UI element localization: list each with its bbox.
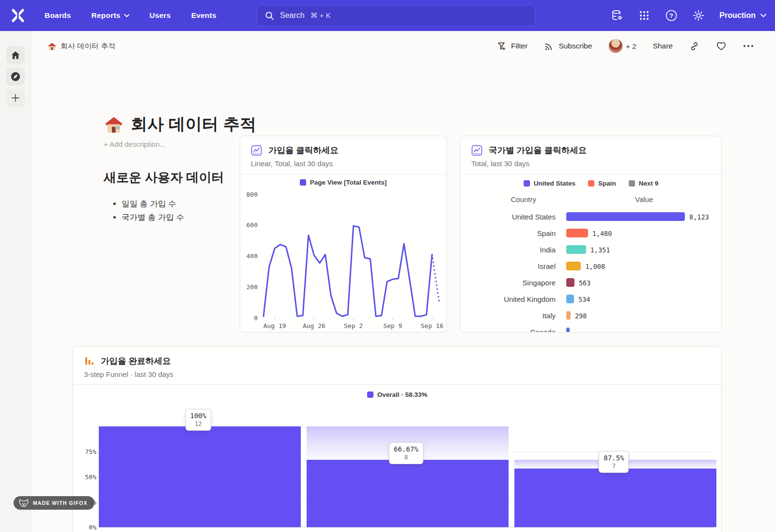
discover-button[interactable]: [6, 67, 25, 86]
funnel-step-count: 8: [394, 454, 418, 461]
nav-item-boards[interactable]: Boards: [45, 11, 71, 20]
search-input[interactable]: Search ⌘ + K: [257, 5, 535, 26]
funnel-step-bar[interactable]: [99, 426, 301, 527]
funnel-baseline: [99, 527, 713, 528]
x-tick-label: Sep 2: [344, 322, 363, 329]
country-bar[interactable]: [566, 245, 586, 254]
funnel-step-tooltip: 66.67%8: [389, 442, 423, 464]
add-description-button[interactable]: + Add description...: [104, 140, 166, 148]
nav-item-label: Reports: [92, 11, 121, 20]
data-management-icon[interactable]: [611, 9, 623, 22]
line-series[interactable]: [264, 226, 432, 316]
country-rows: United States8,123Spain1,480India1,351Is…: [461, 209, 721, 332]
line-chart-legend: Page View [Total Events]: [240, 179, 446, 186]
country-bar-card[interactable]: 국가별 가입을 클릭하세요 Total, last 30 days United…: [460, 136, 722, 332]
chevron-down-icon: [760, 14, 766, 17]
country-value: 1,480: [592, 230, 612, 237]
line-chart-card[interactable]: 가입을 클릭하세요 Linear, Total, last 30 days Pa…: [240, 136, 447, 332]
country-row[interactable]: Singapore563: [461, 275, 721, 291]
search-shortcut: ⌘ + K: [310, 11, 331, 20]
share-label: Share: [653, 42, 673, 50]
line-card-subtitle: Linear, Total, last 30 days: [251, 159, 333, 168]
country-chart-legend: United StatesSpainNext 9: [461, 180, 721, 187]
country-value: 563: [579, 279, 590, 287]
breadcrumb[interactable]: 회사 데이터 추적: [47, 42, 115, 51]
y-tick-label: 0: [254, 314, 258, 322]
copy-link-button[interactable]: [689, 41, 699, 51]
nav-right: ? Prouction: [611, 0, 766, 31]
app-window: Boards Reports Users Events Search ⌘ + K: [0, 0, 775, 532]
favorite-button[interactable]: [716, 41, 727, 51]
nav-item-reports[interactable]: Reports: [92, 11, 129, 20]
line-card-title: 가입을 클릭하세요: [251, 144, 339, 156]
country-label: United States: [512, 213, 556, 221]
nav-item-users[interactable]: Users: [150, 11, 171, 20]
funnel-step-bar[interactable]: [307, 460, 509, 527]
legend-swatch: [629, 180, 635, 187]
country-row[interactable]: Italy298: [461, 308, 721, 324]
x-tick-label: Sep 16: [421, 322, 444, 329]
gifox-badge: MADE WITH GIFOX: [14, 496, 94, 510]
country-label: United Kingdom: [504, 295, 556, 303]
country-label: Italy: [542, 312, 556, 320]
subscribe-button[interactable]: Subscribe: [544, 41, 592, 51]
funnel-step-tooltip: 87.5%7: [599, 451, 629, 473]
country-bar[interactable]: [566, 311, 571, 320]
country-label: India: [540, 246, 556, 254]
country-bar[interactable]: [566, 295, 574, 303]
country-row[interactable]: United States8,123: [461, 209, 721, 225]
funnel-y-tick-label: 75%: [80, 448, 96, 455]
help-icon[interactable]: ?: [665, 9, 678, 22]
search-icon: [265, 11, 274, 20]
add-board-button[interactable]: [6, 89, 25, 107]
x-tick-label: Aug 19: [264, 322, 286, 329]
home-button[interactable]: [6, 46, 25, 64]
legend-label: Spain: [598, 180, 616, 187]
country-bar[interactable]: [566, 262, 581, 270]
funnel-step-tooltip: 100%12: [186, 409, 212, 431]
funnel-plot[interactable]: 75%50%25%0%100%1266.67%887.5%7: [73, 347, 721, 532]
compass-icon: [10, 71, 21, 82]
country-card-subtitle: Total, last 30 days: [471, 159, 529, 168]
link-icon: [689, 41, 699, 51]
funnel-step-count: 12: [190, 421, 207, 427]
country-row[interactable]: Spain1,480: [461, 225, 721, 242]
country-bar[interactable]: [566, 328, 570, 332]
line-chart-plot[interactable]: 0200400600800Aug 19Aug 26Sep 2Sep 9Sep 1…: [240, 187, 447, 332]
country-label: Spain: [537, 229, 556, 237]
country-bar[interactable]: [566, 229, 588, 237]
funnel-step-bar[interactable]: [514, 469, 716, 527]
country-row[interactable]: India1,351: [461, 242, 721, 258]
legend-item[interactable]: Next 9: [629, 180, 659, 187]
legend-item[interactable]: Spain: [588, 180, 616, 187]
subscribe-label: Subscribe: [558, 42, 592, 50]
country-bar[interactable]: [566, 278, 574, 287]
country-label: Singapore: [523, 279, 556, 287]
mixpanel-logo-icon[interactable]: [10, 7, 26, 24]
filter-button[interactable]: Filter: [497, 41, 527, 51]
home-icon: [10, 50, 21, 61]
legend-item[interactable]: Page View [Total Events]: [300, 179, 387, 186]
text-card-heading: 새로운 사용자 데이터: [104, 169, 224, 186]
legend-item[interactable]: United States: [524, 180, 575, 187]
country-bar[interactable]: [566, 212, 685, 221]
apps-grid-icon[interactable]: [638, 9, 651, 22]
chevron-down-icon: [124, 14, 129, 17]
subscribe-signal-icon: [544, 41, 554, 51]
country-value: 534: [578, 296, 590, 303]
y-tick-label: 400: [247, 252, 258, 260]
share-button[interactable]: Share: [653, 42, 673, 50]
more-options-button[interactable]: [743, 45, 754, 47]
project-selector[interactable]: Prouction: [719, 11, 766, 20]
settings-gear-icon[interactable]: [692, 9, 705, 22]
nav-item-events[interactable]: Events: [191, 11, 217, 20]
avatar-extra-count: + 2: [626, 42, 636, 50]
funnel-card[interactable]: 가입을 완료하세요 3-step Funnel · last 30 days O…: [73, 346, 722, 532]
divider: [240, 174, 446, 174]
country-row[interactable]: United Kingdom534: [461, 291, 721, 308]
funnel-y-tick-label: 50%: [80, 473, 96, 481]
left-rail: [0, 31, 31, 532]
country-row[interactable]: Israel1,008: [461, 258, 721, 275]
country-row[interactable]: Canada: [461, 324, 721, 332]
collaborators[interactable]: + 2: [608, 39, 636, 53]
